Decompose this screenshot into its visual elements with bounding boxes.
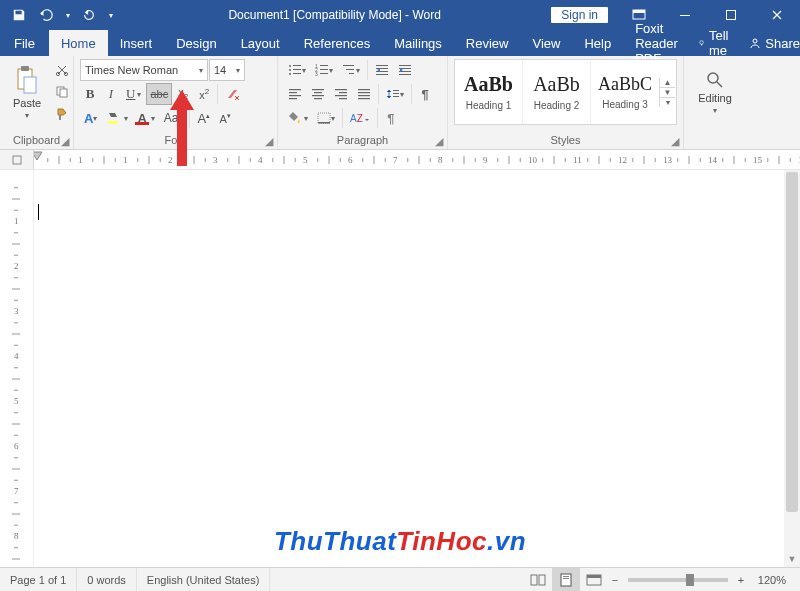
save-icon[interactable] bbox=[6, 2, 32, 28]
status-word-count[interactable]: 0 words bbox=[77, 568, 137, 591]
svg-rect-107 bbox=[542, 158, 543, 162]
scroll-down-icon[interactable]: ▼ bbox=[784, 551, 800, 567]
svg-rect-117 bbox=[655, 158, 656, 162]
show-hide-button[interactable]: ¶ bbox=[415, 83, 435, 105]
qat-customize-icon[interactable]: ▾ bbox=[104, 2, 118, 28]
format-painter-button[interactable] bbox=[51, 103, 73, 125]
increase-indent-button[interactable] bbox=[394, 59, 416, 81]
shrink-font-button[interactable]: A▾ bbox=[215, 107, 235, 129]
svg-rect-155 bbox=[14, 457, 18, 458]
align-center-button[interactable] bbox=[307, 83, 329, 105]
scrollbar-vertical[interactable]: ▼ bbox=[784, 170, 800, 567]
zoom-slider[interactable] bbox=[628, 578, 728, 582]
scrollbar-thumb[interactable] bbox=[786, 172, 798, 512]
paste-button[interactable]: Paste ▾ bbox=[6, 59, 48, 125]
tab-references[interactable]: References bbox=[292, 30, 382, 56]
strikethrough-button[interactable]: abc bbox=[146, 83, 172, 105]
share-button[interactable]: Share bbox=[741, 30, 800, 56]
svg-rect-169 bbox=[563, 576, 569, 577]
style-heading1[interactable]: AaBb Heading 1 bbox=[455, 60, 523, 124]
tab-layout[interactable]: Layout bbox=[229, 30, 292, 56]
style-preview: AaBb bbox=[533, 73, 580, 96]
line-spacing-button[interactable]: ▾ bbox=[382, 83, 408, 105]
redo-button[interactable] bbox=[76, 2, 102, 28]
font-launcher-icon[interactable]: ◢ bbox=[263, 135, 275, 147]
svg-text:3: 3 bbox=[14, 306, 19, 316]
superscript-button[interactable]: x2 bbox=[194, 83, 214, 105]
styles-launcher-icon[interactable]: ◢ bbox=[669, 135, 681, 147]
zoom-out-button[interactable]: − bbox=[608, 574, 622, 586]
tab-view[interactable]: View bbox=[520, 30, 572, 56]
status-language[interactable]: English (United States) bbox=[137, 568, 271, 591]
maximize-button[interactable] bbox=[708, 0, 754, 30]
decrease-indent-button[interactable] bbox=[371, 59, 393, 81]
clear-formatting-button[interactable] bbox=[221, 83, 245, 105]
font-name-combo[interactable]: Times New Roman▾ bbox=[80, 59, 208, 81]
italic-button[interactable]: I bbox=[101, 83, 121, 105]
styles-more-icon[interactable]: ▾ bbox=[660, 98, 675, 107]
styles-up-icon[interactable]: ▲ bbox=[660, 78, 675, 88]
numbering-button[interactable]: 123▾ bbox=[311, 59, 337, 81]
bold-button[interactable]: B bbox=[80, 83, 100, 105]
align-left-button[interactable] bbox=[284, 83, 306, 105]
cut-button[interactable] bbox=[51, 59, 73, 81]
svg-rect-65 bbox=[70, 158, 71, 162]
paragraph-launcher-icon[interactable]: ◢ bbox=[433, 135, 445, 147]
styles-down-icon[interactable]: ▼ bbox=[660, 88, 675, 98]
tab-help[interactable]: Help bbox=[572, 30, 623, 56]
style-heading3[interactable]: AaBbC Heading 3 bbox=[591, 60, 659, 124]
svg-rect-144 bbox=[12, 334, 20, 335]
svg-rect-132 bbox=[12, 199, 20, 200]
grow-font-button[interactable]: A▴ bbox=[193, 107, 214, 129]
undo-dropdown-icon[interactable]: ▾ bbox=[62, 2, 74, 28]
document-page[interactable] bbox=[34, 170, 800, 567]
style-heading2[interactable]: AaBb Heading 2 bbox=[523, 60, 591, 124]
justify-button[interactable] bbox=[353, 83, 375, 105]
view-web-layout-icon[interactable] bbox=[580, 568, 608, 592]
ruler-corner[interactable] bbox=[0, 150, 34, 169]
sign-in-button[interactable]: Sign in bbox=[551, 7, 608, 23]
zoom-in-button[interactable]: + bbox=[734, 574, 748, 586]
change-case-button[interactable]: Aa▾ bbox=[160, 107, 187, 129]
tab-design[interactable]: Design bbox=[164, 30, 228, 56]
underline-button[interactable]: U▾ bbox=[122, 83, 145, 105]
clipboard-launcher-icon[interactable]: ◢ bbox=[59, 135, 71, 147]
styles-scroll[interactable]: ▲ ▼ ▾ bbox=[659, 78, 675, 107]
tab-foxit[interactable]: Foxit Reader PDF bbox=[623, 30, 690, 56]
status-page[interactable]: Page 1 of 1 bbox=[0, 568, 77, 591]
sort-button[interactable]: AZ bbox=[346, 107, 374, 129]
ruler-horizontal[interactable]: 112345678910111213141516 bbox=[34, 150, 800, 169]
zoom-level[interactable]: 120% bbox=[748, 568, 800, 591]
borders-button[interactable]: ▾ bbox=[313, 107, 339, 129]
subscript-button[interactable]: x2 bbox=[173, 83, 193, 105]
highlight-button[interactable]: ▾ bbox=[102, 107, 132, 129]
zoom-slider-knob[interactable] bbox=[686, 574, 694, 586]
editing-label: Editing bbox=[698, 92, 732, 104]
undo-button[interactable] bbox=[34, 2, 60, 28]
view-read-mode-icon[interactable] bbox=[524, 568, 552, 592]
tab-mailings[interactable]: Mailings bbox=[382, 30, 454, 56]
svg-rect-83 bbox=[272, 158, 273, 162]
view-print-layout-icon[interactable] bbox=[552, 568, 580, 592]
editing-button[interactable]: Editing ▾ bbox=[690, 59, 740, 125]
font-size-combo[interactable]: 14▾ bbox=[209, 59, 245, 81]
bullets-button[interactable]: ▾ bbox=[284, 59, 310, 81]
tab-file[interactable]: File bbox=[0, 30, 49, 56]
align-right-button[interactable] bbox=[330, 83, 352, 105]
copy-button[interactable] bbox=[51, 81, 73, 103]
tab-review[interactable]: Review bbox=[454, 30, 521, 56]
font-color-button[interactable]: A▾ bbox=[133, 107, 158, 129]
shading-button[interactable]: ▾ bbox=[284, 107, 312, 129]
show-marks-button[interactable]: ¶ bbox=[381, 107, 401, 129]
text-effects-button[interactable]: A▾ bbox=[80, 107, 101, 129]
tab-insert[interactable]: Insert bbox=[108, 30, 165, 56]
close-button[interactable] bbox=[754, 0, 800, 30]
svg-rect-135 bbox=[14, 232, 18, 233]
tell-me-button[interactable]: Tell me bbox=[690, 30, 742, 56]
ruler-vertical[interactable]: 12345678 bbox=[0, 170, 34, 567]
svg-rect-148 bbox=[12, 379, 20, 380]
styles-gallery[interactable]: AaBb Heading 1 AaBb Heading 2 AaBbC Head… bbox=[454, 59, 677, 125]
tab-home[interactable]: Home bbox=[49, 30, 108, 56]
svg-rect-141 bbox=[14, 300, 18, 301]
multilevel-list-button[interactable]: ▾ bbox=[338, 59, 364, 81]
